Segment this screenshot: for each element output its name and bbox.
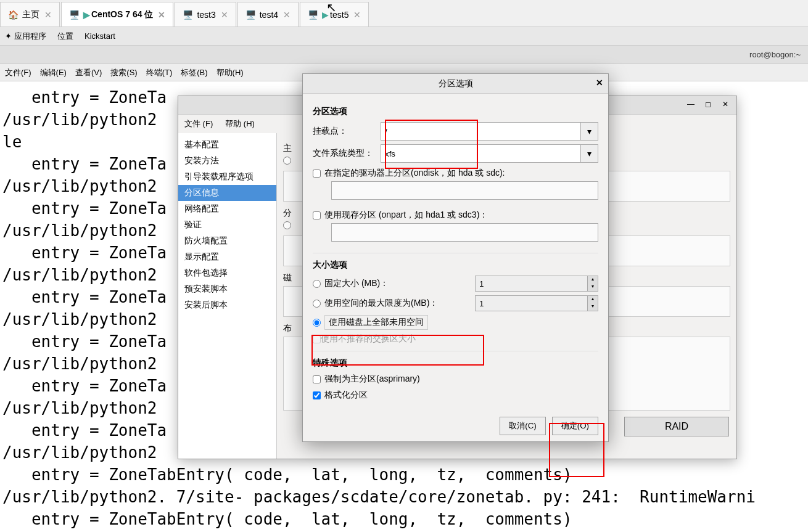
spin-up-icon[interactable]: ▴ (588, 276, 598, 284)
close-icon[interactable]: ✕ (158, 10, 165, 20)
fixed-size-radio[interactable] (313, 280, 321, 288)
section-size-header: 大小选项 (313, 260, 598, 271)
ondisk-checkbox[interactable] (313, 170, 321, 178)
fixed-size-label: 固定大小 (MB)： (324, 278, 475, 289)
spin-down-icon[interactable]: ▾ (588, 284, 598, 291)
sidebar-item-9[interactable]: 预安装脚本 (178, 281, 276, 297)
section-special-header: 特殊选项 (313, 358, 598, 369)
vm-tab-label: test4 (260, 10, 278, 20)
sidebar-item-8[interactable]: 软件包选择 (178, 265, 276, 281)
vm-tab-label: test3 (197, 10, 215, 20)
vm-tab-label: test5 (330, 10, 348, 20)
screen-icon: 🖥️ (183, 10, 193, 20)
asprimary-label: 强制为主分区(asprimary) (324, 374, 420, 385)
sidebar-item-3[interactable]: 分区信息 (178, 185, 276, 201)
sidebar-item-1[interactable]: 安装方法 (178, 153, 276, 169)
vm-tab-bar: 🏠 主页 ✕ 🖥️ ▶ CentOS 7 64 位 ✕ 🖥️ test3 ✕ 🖥… (0, 0, 808, 27)
vm-tab-home-label: 主页 (22, 9, 39, 20)
home-icon: 🏠 (8, 10, 19, 20)
ks-radio-part[interactable] (283, 221, 291, 229)
sidebar-item-4[interactable]: 网络配置 (178, 201, 276, 217)
menu-tabs[interactable]: 标签(B) (181, 67, 207, 78)
fill-disk-label: 使用磁盘上全部未用空间 (324, 315, 428, 330)
spin-down-icon[interactable]: ▾ (588, 303, 598, 311)
mount-point-input[interactable] (381, 122, 581, 141)
ondisk-label: 在指定的驱动器上分区(ondisk，如 hda 或 sdc): (324, 168, 505, 179)
mount-point-label: 挂载点： (313, 126, 381, 137)
vm-tab-test4[interactable]: 🖥️ test4 ✕ (237, 2, 299, 27)
dialog-title: 分区选项 (439, 78, 473, 89)
vm-tab-active-label: CentOS 7 64 位 (91, 9, 153, 20)
applications-menu[interactable]: 应用程序 (14, 31, 46, 42)
swap-label: 使用不推荐的交换区大小 (321, 334, 416, 345)
raid-button[interactable]: RAID (624, 417, 729, 436)
sidebar-item-0[interactable]: 基本配置 (178, 137, 276, 153)
ondisk-input[interactable] (331, 181, 598, 200)
swap-checkbox (313, 335, 321, 343)
sidebar-item-7[interactable]: 显示配置 (178, 249, 276, 265)
vm-tab-test3[interactable]: 🖥️ test3 ✕ (175, 2, 236, 27)
maximize-button[interactable]: ◻ (701, 100, 715, 111)
cancel-button[interactable]: 取消(C) (500, 417, 546, 435)
window-title: root@bogon:~ (749, 50, 801, 59)
menu-edit[interactable]: 编辑(E) (40, 67, 67, 78)
close-icon[interactable]: ✕ (44, 10, 52, 20)
kickstart-menu[interactable]: Kickstart (85, 31, 115, 41)
window-title-bar: root@bogon:~ (0, 46, 808, 64)
menu-view[interactable]: 查看(V) (75, 67, 102, 78)
format-label: 格式化分区 (324, 390, 368, 401)
vm-tab-test5[interactable]: 🖥️ ▶ test5 ✕ (300, 2, 369, 27)
close-icon[interactable]: ✕ (353, 10, 361, 20)
screen-icon: 🖥️ (245, 10, 256, 20)
kickstart-sidebar: 基本配置安装方法引导装载程序选项分区信息网络配置验证防火墙配置显示配置软件包选择… (178, 133, 277, 459)
screen-icon: 🖥️ (69, 10, 80, 20)
ks-menu-help[interactable]: 帮助 (H) (225, 118, 255, 129)
ks-radio-main[interactable] (283, 157, 291, 165)
onpart-input[interactable] (331, 223, 598, 242)
section-partition-header: 分区选项 (313, 106, 598, 117)
dialog-titlebar[interactable]: 分区选项 ✕ (303, 74, 608, 94)
fs-type-input[interactable] (381, 144, 581, 163)
close-icon[interactable]: ✕ (221, 10, 228, 20)
play-icon: ▶ (83, 10, 90, 20)
format-checkbox[interactable] (313, 391, 321, 399)
minimize-button[interactable]: — (683, 100, 698, 111)
ks-menu-file[interactable]: 文件 (F) (184, 118, 213, 129)
menu-terminal[interactable]: 终端(T) (146, 67, 173, 78)
fs-type-label: 文件系统类型： (313, 148, 381, 159)
applications-icon: ✦ (5, 31, 12, 41)
dialog-close-button[interactable]: ✕ (596, 78, 603, 88)
places-menu[interactable]: 位置 (57, 31, 73, 42)
chevron-down-icon[interactable]: ▾ (581, 122, 598, 141)
close-icon[interactable]: ✕ (283, 10, 291, 20)
vm-tab-centos[interactable]: 🖥️ ▶ CentOS 7 64 位 ✕ (61, 2, 173, 27)
onpart-checkbox[interactable] (313, 211, 321, 219)
ok-button[interactable]: 确定(O) (552, 417, 598, 435)
max-size-spinner[interactable] (476, 296, 587, 311)
partition-options-dialog: 分区选项 ✕ 分区选项 挂载点： ▾ 文件系统类型： ▾ 在指定的驱动器上分区(… (302, 73, 609, 442)
sidebar-item-2[interactable]: 引导装载程序选项 (178, 169, 276, 185)
screen-icon: 🖥️ (308, 10, 318, 20)
max-size-radio[interactable] (313, 300, 321, 308)
gnome-top-bar: ✦ 应用程序 位置 Kickstart (0, 27, 808, 46)
close-button[interactable]: ✕ (718, 100, 733, 111)
vm-tab-home[interactable]: 🏠 主页 ✕ (0, 2, 60, 27)
menu-search[interactable]: 搜索(S) (110, 67, 137, 78)
sidebar-item-6[interactable]: 防火墙配置 (178, 233, 276, 249)
sidebar-item-10[interactable]: 安装后脚本 (178, 297, 276, 313)
menu-file[interactable]: 文件(F) (5, 67, 31, 78)
max-size-label: 使用空间的最大限度为(MB)： (324, 298, 475, 309)
fixed-size-spinner[interactable] (476, 276, 587, 291)
fill-disk-radio[interactable] (313, 319, 321, 327)
onpart-label: 使用现存分区 (onpart，如 hda1 或 sdc3)： (324, 210, 488, 221)
chevron-down-icon[interactable]: ▾ (581, 144, 598, 163)
play-icon: ▶ (322, 10, 329, 20)
menu-help[interactable]: 帮助(H) (216, 67, 244, 78)
sidebar-item-5[interactable]: 验证 (178, 217, 276, 233)
spin-up-icon[interactable]: ▴ (588, 296, 598, 303)
asprimary-checkbox[interactable] (313, 375, 321, 383)
